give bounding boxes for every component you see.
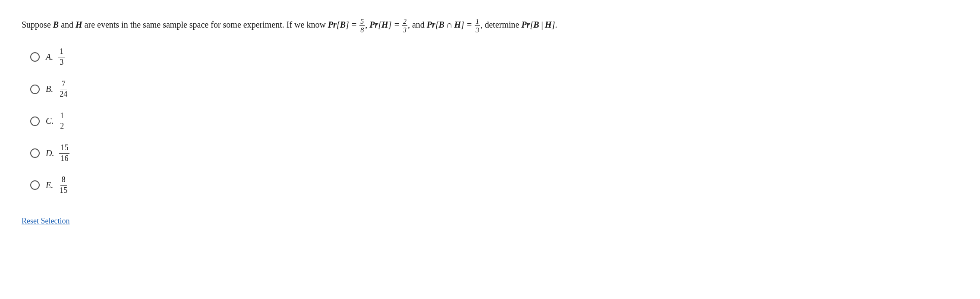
- fraction-c-denominator: 2: [59, 121, 65, 131]
- fraction-d-denominator: 16: [59, 154, 69, 164]
- option-row-d[interactable]: D. 15 16: [30, 143, 958, 163]
- var-H: H: [76, 20, 82, 29]
- fraction-a-numerator: 1: [58, 47, 65, 57]
- fraction-e: 8 15: [58, 175, 69, 195]
- option-label-a: A. 1 3: [46, 47, 66, 67]
- fraction-d: 15 16: [59, 143, 69, 163]
- prb-expression: Pr[B] = 58: [328, 20, 365, 29]
- fraction-b: 7 24: [58, 79, 69, 99]
- option-label-c: C. 1 2: [46, 111, 66, 131]
- target-expression: Pr[B | H]: [521, 20, 555, 29]
- option-letter-d: D.: [46, 148, 54, 158]
- radio-c[interactable]: [30, 116, 40, 126]
- fraction-d-numerator: 15: [59, 143, 69, 154]
- fraction-e-numerator: 8: [60, 175, 67, 186]
- option-row-a[interactable]: A. 1 3: [30, 47, 958, 67]
- radio-e[interactable]: [30, 180, 40, 190]
- radio-a[interactable]: [30, 52, 40, 62]
- fraction-c-numerator: 1: [59, 111, 65, 122]
- option-row-b[interactable]: B. 7 24: [30, 79, 958, 99]
- fraction-b-numerator: 7: [60, 79, 67, 90]
- fraction-b-denominator: 24: [58, 89, 69, 99]
- option-label-b: B. 7 24: [46, 79, 69, 99]
- option-letter-b: B.: [46, 84, 53, 94]
- option-label-d: D. 15 16: [46, 143, 70, 163]
- option-row-e[interactable]: E. 8 15: [30, 175, 958, 195]
- options-container: A. 1 3 B. 7 24 C. 1: [30, 47, 958, 195]
- fraction-c: 1 2: [59, 111, 65, 131]
- option-letter-e: E.: [46, 180, 53, 190]
- fraction-a: 1 3: [58, 47, 65, 67]
- option-row-c[interactable]: C. 1 2: [30, 111, 958, 131]
- radio-b[interactable]: [30, 85, 40, 94]
- reset-selection-button[interactable]: Reset Selection: [22, 217, 69, 226]
- fraction-e-denominator: 15: [58, 186, 69, 195]
- option-letter-a: A.: [46, 52, 53, 62]
- question-text: Suppose B and H are events in the same s…: [22, 17, 958, 34]
- radio-d[interactable]: [30, 148, 40, 158]
- question-container: Suppose B and H are events in the same s…: [22, 17, 958, 226]
- option-label-e: E. 8 15: [46, 175, 69, 195]
- option-letter-c: C.: [46, 116, 54, 126]
- var-B: B: [53, 20, 59, 29]
- fraction-a-denominator: 3: [58, 57, 65, 67]
- prh-expression: Pr[H] = 23: [369, 20, 408, 29]
- prbh-expression: Pr[B ∩ H] = 13: [427, 20, 480, 29]
